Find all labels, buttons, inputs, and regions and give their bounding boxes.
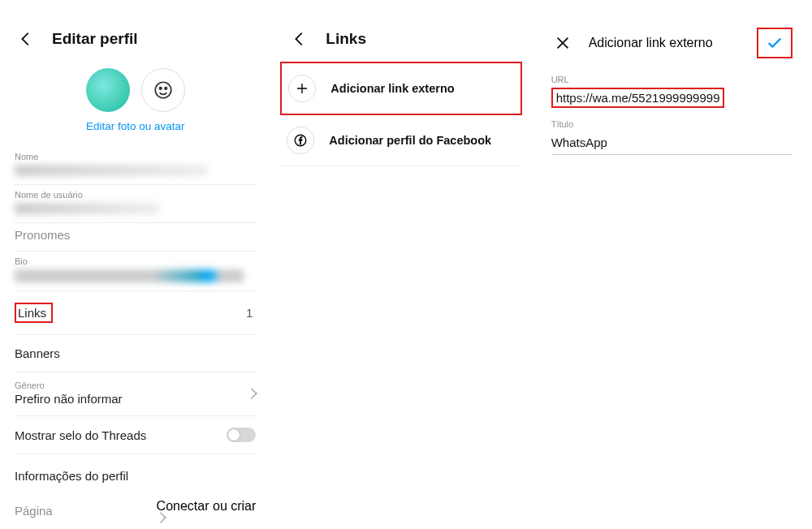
field-label: Bio bbox=[15, 256, 256, 266]
header: Adicionar link externo bbox=[551, 24, 793, 75]
links-screen: Links Adicionar link externo Adicionar p… bbox=[270, 0, 531, 529]
username-value-redacted bbox=[15, 203, 159, 214]
links-count: 1 bbox=[246, 306, 253, 320]
field-label: Pronomes bbox=[15, 228, 256, 243]
edit-photo-link[interactable]: Editar foto ou avatar bbox=[15, 120, 256, 132]
facebook-icon bbox=[287, 127, 314, 154]
field-label: Título bbox=[551, 119, 793, 129]
page-title: Editar perfil bbox=[52, 30, 138, 48]
plus-icon bbox=[288, 75, 316, 102]
row-label: Página bbox=[15, 504, 53, 518]
header: Editar perfil bbox=[15, 24, 256, 62]
svg-point-2 bbox=[165, 88, 167, 90]
url-input[interactable]: https://wa.me/5521999999999 bbox=[551, 88, 725, 108]
row-label: Banners bbox=[15, 346, 60, 360]
field-label: Gênero bbox=[15, 381, 123, 390]
profile-info-section-header: Informações do perfil bbox=[15, 454, 256, 491]
pronouns-field[interactable]: Pronomes bbox=[15, 223, 256, 252]
username-field[interactable]: Nome de usuário bbox=[15, 185, 256, 223]
links-label-highlighted: Links bbox=[15, 303, 53, 323]
gender-row[interactable]: Gênero Prefiro não informar bbox=[15, 372, 256, 416]
svg-point-1 bbox=[159, 88, 162, 90]
add-external-link-item[interactable]: Adicionar link externo bbox=[280, 62, 521, 115]
title-input[interactable]: WhatsApp bbox=[551, 132, 793, 155]
name-field[interactable]: Nome bbox=[15, 147, 256, 185]
field-label: Nome bbox=[15, 152, 256, 161]
page-row[interactable]: Página Conectar ou criar bbox=[15, 491, 256, 529]
svg-point-0 bbox=[155, 82, 171, 98]
row-label: Mostrar selo do Threads bbox=[15, 428, 146, 442]
add-facebook-profile-item[interactable]: Adicionar perfil do Facebook bbox=[280, 115, 521, 166]
row-value: Conectar ou criar bbox=[157, 499, 257, 513]
back-arrow-icon[interactable] bbox=[15, 28, 37, 50]
item-label: Adicionar perfil do Facebook bbox=[329, 134, 491, 147]
chevron-right-icon bbox=[155, 512, 166, 523]
field-label: Nome de usuário bbox=[15, 190, 256, 200]
bio-field[interactable]: Bio bbox=[15, 252, 256, 291]
url-field[interactable]: URL https://wa.me/5521999999999 bbox=[551, 75, 793, 108]
name-value-redacted bbox=[15, 165, 208, 176]
confirm-check-icon[interactable] bbox=[763, 32, 786, 54]
avatar-row bbox=[15, 68, 256, 112]
field-value: Prefiro não informar bbox=[15, 392, 123, 406]
banners-row[interactable]: Banners bbox=[15, 335, 256, 372]
confirm-highlight bbox=[757, 28, 793, 58]
page-title: Adicionar link externo bbox=[589, 36, 713, 50]
field-label: URL bbox=[551, 75, 793, 84]
add-external-link-screen: Adicionar link externo URL https://wa.me… bbox=[532, 0, 812, 529]
edit-profile-screen: Editar perfil Editar foto ou avatar Nome… bbox=[0, 0, 270, 529]
bio-value-redacted bbox=[15, 269, 244, 282]
title-field[interactable]: Título WhatsApp bbox=[551, 119, 793, 155]
header: Links bbox=[280, 24, 521, 62]
links-row[interactable]: Links 1 bbox=[15, 291, 256, 335]
item-label: Adicionar link externo bbox=[330, 82, 454, 95]
threads-badge-row[interactable]: Mostrar selo do Threads bbox=[15, 416, 256, 454]
chevron-right-icon bbox=[246, 387, 257, 398]
page-title: Links bbox=[326, 30, 366, 48]
profile-photo[interactable] bbox=[86, 68, 130, 112]
avatar-option[interactable] bbox=[141, 68, 185, 112]
back-arrow-icon[interactable] bbox=[288, 28, 311, 50]
threads-toggle[interactable] bbox=[227, 428, 256, 442]
close-icon[interactable] bbox=[551, 32, 574, 54]
